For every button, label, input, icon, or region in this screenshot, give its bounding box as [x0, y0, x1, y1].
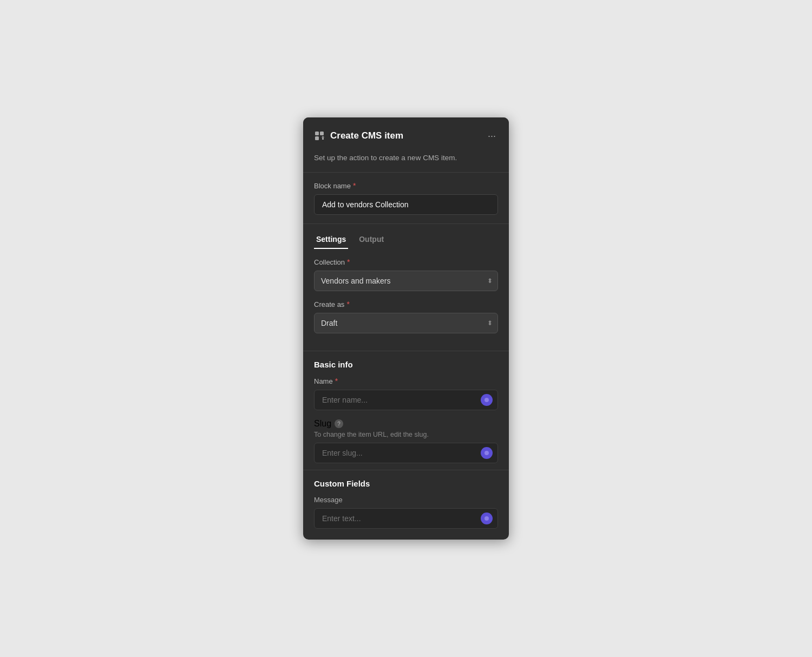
- svg-rect-3: [322, 138, 324, 140]
- block-name-section: Block name *: [303, 173, 509, 224]
- tabs: Settings Output: [314, 224, 498, 249]
- name-field-section: Name *: [303, 377, 509, 412]
- header-left: Create CMS item: [314, 130, 403, 141]
- slug-input[interactable]: [314, 443, 498, 463]
- message-label: Message: [303, 496, 509, 504]
- slug-help-icon[interactable]: ?: [335, 419, 343, 428]
- name-label: Name *: [314, 377, 498, 385]
- tabs-section: Settings Output: [303, 224, 509, 249]
- create-as-required: *: [346, 300, 349, 308]
- custom-fields-title: Custom Fields: [303, 470, 509, 488]
- cms-icon: [314, 130, 325, 141]
- svg-rect-0: [315, 132, 319, 135]
- collection-group: Collection * Vendors and makers Products…: [314, 258, 498, 291]
- more-options-button[interactable]: ···: [486, 128, 498, 144]
- slug-input-wrapper: [314, 443, 498, 463]
- settings-content: Collection * Vendors and makers Products…: [303, 249, 509, 351]
- collection-select[interactable]: Vendors and makers Products Blog Posts: [314, 271, 498, 291]
- tab-output[interactable]: Output: [357, 231, 386, 249]
- create-as-select-wrapper: Draft Published Archived ⬍: [314, 313, 498, 333]
- collection-label: Collection *: [314, 258, 498, 266]
- message-input-inner: [314, 508, 498, 529]
- panel-description: Set up the action to create a new CMS it…: [303, 153, 509, 172]
- create-as-select[interactable]: Draft Published Archived: [314, 313, 498, 333]
- basic-info-title: Basic info: [303, 351, 509, 369]
- panel-header: Create CMS item ···: [303, 117, 509, 153]
- slug-field-icon-button[interactable]: [481, 447, 493, 459]
- slug-label-row: Slug ?: [314, 419, 498, 429]
- message-field-icon-button[interactable]: [481, 513, 493, 524]
- panel-title: Create CMS item: [330, 130, 403, 141]
- block-name-label: Block name *: [314, 181, 498, 190]
- name-required: *: [335, 377, 338, 385]
- svg-rect-1: [320, 132, 324, 135]
- message-input[interactable]: [314, 508, 498, 529]
- name-input-wrapper: [314, 390, 498, 410]
- block-name-input[interactable]: [314, 194, 498, 215]
- create-as-label: Create as *: [314, 300, 498, 308]
- svg-rect-2: [315, 136, 319, 140]
- name-input[interactable]: [314, 390, 498, 410]
- create-cms-panel: Create CMS item ··· Set up the action to…: [303, 117, 509, 540]
- block-name-required: *: [353, 181, 356, 190]
- message-input-wrapper: [303, 508, 509, 540]
- slug-hint: To change the item URL, edit the slug.: [314, 431, 498, 438]
- collection-required: *: [347, 258, 350, 266]
- name-field-icon-button[interactable]: [481, 394, 493, 406]
- slug-field-section: Slug ? To change the item URL, edit the …: [303, 419, 509, 465]
- slug-label: Slug: [314, 419, 331, 429]
- collection-select-wrapper: Vendors and makers Products Blog Posts ⬍: [314, 271, 498, 291]
- create-as-group: Create as * Draft Published Archived ⬍: [314, 300, 498, 333]
- tab-settings[interactable]: Settings: [314, 231, 348, 249]
